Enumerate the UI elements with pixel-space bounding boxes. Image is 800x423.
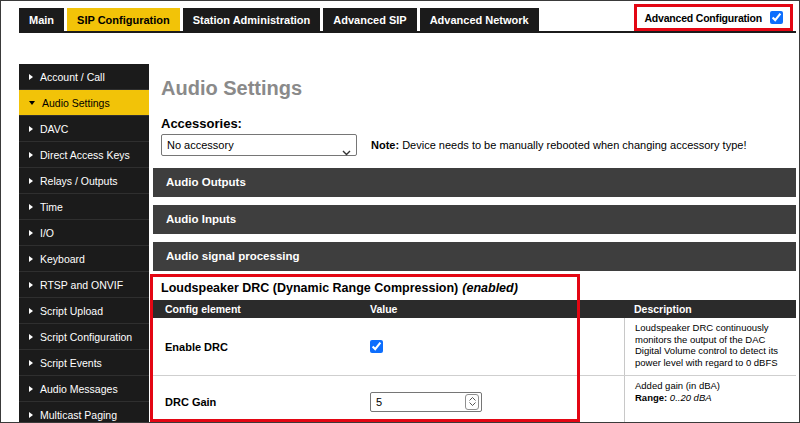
note-text: Device needs to be manually rebooted whe… [402,139,746,151]
tab-advanced-sip[interactable]: Advanced SIP [323,8,416,31]
page: Main SIP Configuration Station Administr… [0,0,800,423]
drc-title-text: Loudspeaker DRC (Dynamic Range Compressi… [161,281,458,295]
sidebar: Account / Call Audio Settings DAVC Direc… [19,64,149,423]
sidebar-item-label: Relays / Outputs [40,175,118,187]
sidebar-item-label: Script Upload [40,305,103,317]
sidebar-item-label: Script Events [40,357,102,369]
enable-drc-description: Loudspeaker DRC continuously monitors th… [624,318,796,375]
enable-drc-checkbox[interactable] [370,340,383,353]
chevron-right-icon [29,282,33,288]
range-value: 0..20 dBA [667,392,711,403]
advanced-configuration-annotation-box: Advanced Configuration [634,4,793,31]
drc-enabled-status: (enabled) [462,281,518,295]
sidebar-item-label: DAVC [40,123,68,135]
section-audio-inputs[interactable]: Audio Inputs [153,205,796,234]
sidebar-item-script-configuration[interactable]: Script Configuration [19,324,149,350]
sidebar-item-label: Multicast Paging [40,409,117,421]
enable-drc-label: Enable DRC [153,318,366,375]
tab-sip-configuration[interactable]: SIP Configuration [67,8,180,31]
chevron-right-icon [29,204,33,210]
chevron-right-icon [29,308,33,314]
chevron-right-icon [29,74,33,80]
top-tab-bar: Main SIP Configuration Station Administr… [19,8,539,31]
chevron-right-icon [29,334,33,340]
sidebar-item-label: Audio Settings [42,97,110,109]
accessory-select[interactable]: No accessory [161,134,357,156]
advanced-configuration-label: Advanced Configuration [644,12,762,24]
tab-main[interactable]: Main [19,8,64,31]
accessory-note: Note: Device needs to be manually reboot… [371,139,746,151]
sidebar-item-time[interactable]: Time [19,194,149,220]
sidebar-item-label: RTSP and ONVIF [40,279,123,291]
section-audio-signal-processing[interactable]: Audio signal processing [153,242,796,271]
chevron-right-icon [29,152,33,158]
column-header-description: Description [624,303,796,315]
sidebar-item-multicast-paging[interactable]: Multicast Paging [19,402,149,423]
sidebar-item-relays-outputs[interactable]: Relays / Outputs [19,168,149,194]
column-header-value: Value [366,303,624,315]
accessories-label: Accessories: [161,116,242,131]
chevron-right-icon [29,178,33,184]
drc-gain-description: Added gain (in dBA) Range: 0..20 dBA [624,376,796,423]
sidebar-item-label: Time [40,201,63,213]
sidebar-item-label: Script Configuration [40,331,132,343]
tab-bar-underline [19,31,796,33]
spinner-up-icon [469,397,476,401]
sidebar-item-account-call[interactable]: Account / Call [19,64,149,90]
drc-table-header: Config element Value Description [153,300,796,318]
drc-section-title: Loudspeaker DRC (Dynamic Range Compressi… [161,281,518,295]
column-header-config-element: Config element [153,303,366,315]
table-row-enable-drc: Enable DRC Loudspeaker DRC continuously … [153,318,796,375]
page-title: Audio Settings [161,77,302,100]
drc-gain-input-wrap [370,392,482,412]
sidebar-item-io[interactable]: I/O [19,220,149,246]
note-label: Note: [371,139,399,151]
number-spinner[interactable] [465,394,479,410]
sidebar-item-label: Account / Call [40,71,105,83]
sidebar-item-rtsp-onvif[interactable]: RTSP and ONVIF [19,272,149,298]
accessory-select-wrap: No accessory [161,134,357,156]
chevron-right-icon [29,412,33,418]
drc-table: Config element Value Description Enable … [153,300,796,423]
sidebar-item-davc[interactable]: DAVC [19,116,149,142]
chevron-down-icon [29,101,35,105]
sidebar-item-script-events[interactable]: Script Events [19,350,149,376]
sidebar-item-audio-settings[interactable]: Audio Settings [19,90,149,116]
sidebar-item-label: Keyboard [40,253,85,265]
section-audio-outputs[interactable]: Audio Outputs [153,168,796,197]
spinner-down-icon [469,402,476,406]
chevron-right-icon [29,230,33,236]
sidebar-item-label: Direct Access Keys [40,149,130,161]
enable-drc-value-cell [366,318,624,375]
tab-station-administration[interactable]: Station Administration [183,8,321,31]
range-label: Range: [635,392,667,403]
chevron-right-icon [29,126,33,132]
sidebar-item-label: Audio Messages [40,383,118,395]
advanced-configuration-checkbox[interactable] [770,11,783,24]
sidebar-item-audio-messages[interactable]: Audio Messages [19,376,149,402]
chevron-right-icon [29,256,33,262]
drc-gain-value-cell [366,376,624,423]
tab-advanced-network[interactable]: Advanced Network [420,8,539,31]
drc-gain-range: Range: 0..20 dBA [635,392,790,404]
sidebar-item-label: I/O [40,227,54,239]
table-row-drc-gain: DRC Gain Added gain (in dBA) Range: 0..2… [153,375,796,423]
drc-gain-label: DRC Gain [153,376,366,423]
drc-gain-description-line1: Added gain (in dBA) [635,380,790,392]
sidebar-item-direct-access-keys[interactable]: Direct Access Keys [19,142,149,168]
sidebar-item-script-upload[interactable]: Script Upload [19,298,149,324]
chevron-right-icon [29,360,33,366]
sidebar-item-keyboard[interactable]: Keyboard [19,246,149,272]
chevron-right-icon [29,386,33,392]
